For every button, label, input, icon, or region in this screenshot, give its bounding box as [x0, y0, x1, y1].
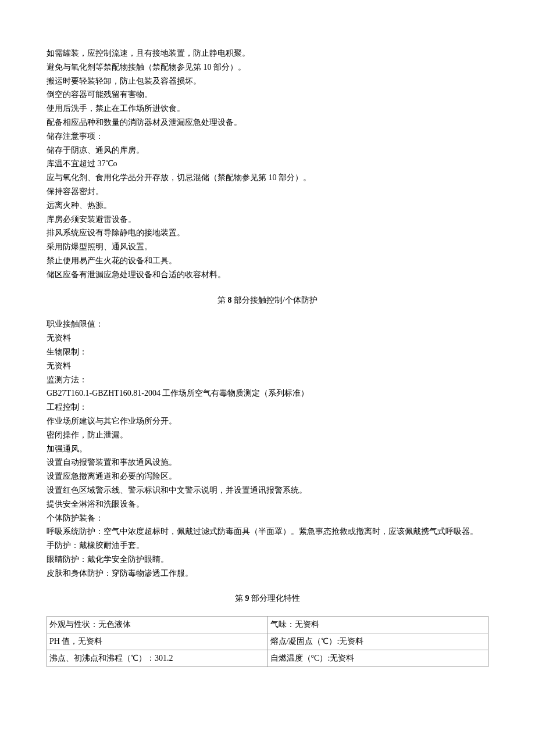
body-text: 保持容器密封。	[47, 185, 488, 199]
table-cell: 沸点、初沸点和沸程（℃）：301.2	[47, 650, 268, 667]
table-cell: 熔点/凝固点（℃）:无资料	[268, 633, 488, 650]
heading-number: 9	[245, 594, 249, 603]
body-text: 呼吸系统防护：空气中浓度超标时，佩戴过滤式防毒面具（半面罩）。紧急事态抢救或撤离…	[47, 525, 488, 539]
body-text: 储区应备有泄漏应急处理设备和合适的收容材料。	[47, 268, 488, 282]
body-text: 设置应急撤离通道和必要的泻险区。	[47, 470, 488, 483]
section-9-heading: 第 9 部分理化特性	[47, 592, 488, 605]
body-text: 生物限制：	[47, 345, 488, 359]
table-cell: PH 值，无资料	[47, 633, 268, 650]
body-text: 设置自动报警装置和事故通风设施。	[47, 456, 488, 470]
body-text: 加强通风。	[47, 442, 488, 456]
heading-suffix: 部分接触控制/个体防护	[232, 296, 318, 304]
table-row: 沸点、初沸点和沸程（℃）：301.2 自燃温度（°C）:无资料	[47, 650, 488, 667]
heading-prefix: 第	[235, 594, 245, 603]
body-text: 作业场所建议与其它作业场所分开。	[47, 414, 488, 428]
body-text: 密闭操作，防止泄漏。	[47, 428, 488, 442]
handling-storage-section: 如需罐装，应控制流速，且有接地装置，防止静电积聚。 避免与氧化剂等禁配物接触（禁…	[47, 46, 488, 282]
body-text: 职业接触限值：	[47, 317, 488, 331]
body-text: 禁止使用易产生火花的设备和工具。	[47, 254, 488, 268]
heading-prefix: 第	[217, 296, 228, 304]
body-text: GB27T160.1-GBZHT160.81-2004 工作场所空气有毒物质测定…	[47, 386, 488, 400]
body-text: 库房必须安装避雷设备。	[47, 213, 488, 227]
body-text: 无资料	[47, 331, 488, 345]
body-text: 个体防护装备：	[47, 511, 488, 525]
body-text: 手防护：戴橡胶耐油手套。	[47, 539, 488, 553]
body-text: 使用后洗手，禁止在工作场所进饮食。	[47, 102, 488, 116]
body-text: 眼睛防护：戴化学安全防护眼睛。	[47, 553, 488, 567]
body-text: 工程控制：	[47, 400, 488, 414]
table-cell: 外观与性状：无色液体	[47, 617, 268, 633]
section-8-heading: 第 8 部分接触控制/个体防护	[47, 293, 488, 307]
body-text: 储存于阴凉、通风的库房。	[47, 144, 488, 157]
body-text: 搬运时要轻装轻卸，防止包装及容器损坏。	[47, 74, 488, 88]
heading-number: 8	[228, 296, 232, 304]
body-text: 提供安全淋浴和洗眼设备。	[47, 497, 488, 511]
body-text: 如需罐装，应控制流速，且有接地装置，防止静电积聚。	[47, 46, 488, 60]
body-text: 无资料	[47, 359, 488, 373]
table-cell: 自燃温度（°C）:无资料	[268, 650, 488, 667]
table-cell: 气味：无资料	[268, 617, 488, 633]
body-text: 采用防爆型照明、通风设置。	[47, 240, 488, 254]
body-text: 排风系统应设有导除静电的接地装置。	[47, 226, 488, 240]
body-text: 设置红色区域警示线、警示标识和中文警示说明，并设置通讯报警系统。	[47, 483, 488, 497]
body-text: 配备相应品种和数量的消防器材及泄漏应急处理设备。	[47, 116, 488, 130]
body-text: 远离火种、热源。	[47, 199, 488, 213]
body-text: 倒空的容器可能残留有害物。	[47, 88, 488, 102]
heading-suffix: 部分理化特性	[249, 594, 301, 603]
section-8-body: 职业接触限值： 无资料 生物限制： 无资料 监测方法： GB27T160.1-G…	[47, 317, 488, 580]
table-row: 外观与性状：无色液体 气味：无资料	[47, 617, 488, 633]
body-text: 库温不宜超过 37℃o	[47, 157, 488, 171]
body-text: 储存注意事项：	[47, 130, 488, 144]
properties-table: 外观与性状：无色液体 气味：无资料 PH 值，无资料 熔点/凝固点（℃）:无资料…	[47, 616, 488, 667]
body-text: 皮肤和身体防护：穿防毒物渗透工作服。	[47, 567, 488, 581]
body-text: 监测方法：	[47, 373, 488, 387]
table-row: PH 值，无资料 熔点/凝固点（℃）:无资料	[47, 633, 488, 650]
body-text: 应与氧化剂、食用化学品分开存放，切忌混储（禁配物参见第 10 部分）。	[47, 171, 488, 185]
body-text: 避免与氧化剂等禁配物接触（禁配物参见第 10 部分）。	[47, 60, 488, 74]
